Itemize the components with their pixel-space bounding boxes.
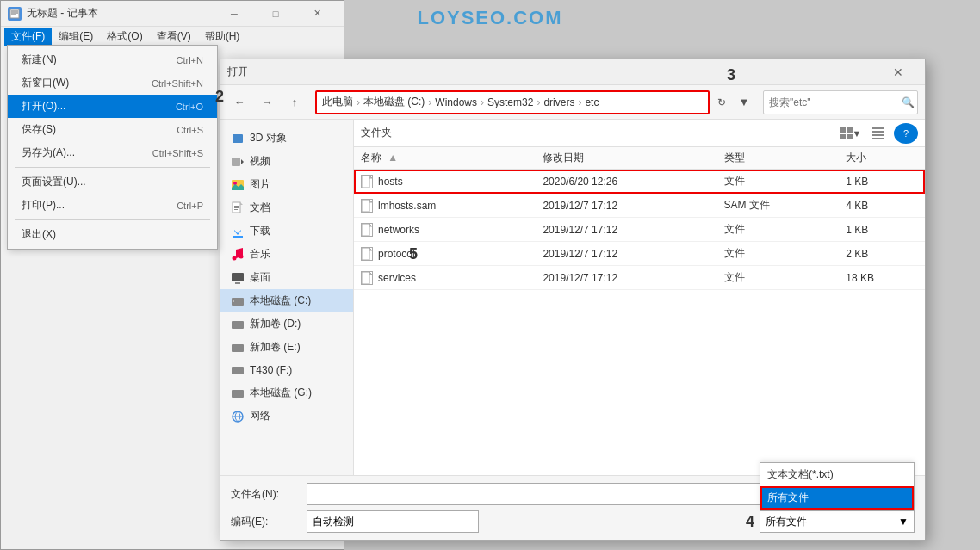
drive-e-icon (231, 341, 245, 355)
sidebar-item-documents[interactable]: 文档 (220, 196, 353, 219)
menu-file[interactable]: 文件(F) (4, 28, 52, 46)
dialog-titlebar: 打开 ✕ (220, 59, 925, 85)
encoding-row: 编码(E): 4 所有文件 ▼ 文本文档(*.txt) 所有文件 (231, 510, 915, 533)
menu-new-window[interactable]: 新窗口(W) Ctrl+Shift+N (8, 71, 217, 95)
watermark: LOYSEO.COM (417, 7, 562, 29)
svg-rect-35 (872, 134, 884, 136)
svg-rect-32 (847, 134, 853, 139)
window-controls: ─ □ ✕ (214, 1, 337, 27)
dialog-toolbar: ← → ↑ 此电脑 › 本地磁盘 (C:) › Windows › System… (220, 85, 925, 120)
col-type[interactable]: 类型 (717, 147, 840, 170)
file-name: hosts (378, 176, 403, 188)
sidebar-item-drive-e[interactable]: 新加卷 (E:) (220, 336, 353, 359)
svg-rect-30 (847, 127, 853, 133)
svg-rect-34 (872, 131, 884, 133)
sidebar-item-drive-d[interactable]: 新加卷 (D:) (220, 312, 353, 336)
sidebar-item-drive-g[interactable]: 本地磁盘 (G:) (220, 381, 353, 405)
up-button[interactable]: ↑ (282, 90, 307, 114)
encoding-input[interactable] (307, 510, 479, 533)
sidebar-item-3d[interactable]: 3D 对象 (220, 127, 353, 150)
svg-rect-36 (872, 138, 884, 139)
view-toggle-button[interactable]: ▼ (839, 123, 863, 144)
filetype-option-all[interactable]: 所有文件 (760, 486, 914, 510)
sidebar-item-video[interactable]: 视频 (220, 150, 353, 173)
svg-point-18 (239, 254, 244, 258)
svg-marker-15 (234, 226, 241, 235)
file-modified: 2019/12/7 17:12 (536, 242, 716, 266)
file-icon (361, 223, 373, 237)
file-size: 4 KB (839, 194, 925, 218)
sidebar-item-downloads[interactable]: 下载 (220, 219, 353, 243)
menu-exit[interactable]: 退出(X) (8, 223, 217, 246)
menu-open[interactable]: 打开(O)... Ctrl+O (8, 95, 217, 118)
svg-rect-31 (840, 134, 846, 139)
file-modified: 2019/12/7 17:12 (536, 194, 716, 218)
file-type: 文件 (717, 242, 840, 266)
file-modified: 2019/12/7 17:12 (536, 266, 716, 290)
menu-save[interactable]: 保存(S) Ctrl+S (8, 118, 217, 141)
menu-print[interactable]: 打印(P)... Ctrl+P (8, 194, 217, 217)
search-input[interactable] (769, 96, 898, 108)
table-row[interactable]: protocol 2019/12/7 17:12 文件 2 KB (354, 242, 925, 266)
svg-rect-14 (234, 209, 238, 210)
search-icon: 🔍 (902, 96, 915, 108)
svg-point-22 (233, 300, 234, 302)
search-box: 🔍 (763, 90, 918, 114)
sidebar-item-music[interactable]: 音乐 (220, 243, 353, 266)
dialog-close-button[interactable]: ✕ (878, 59, 918, 85)
file-type: 文件 (717, 218, 840, 242)
pictures-icon (231, 178, 245, 192)
menu-view[interactable]: 查看(V) (150, 28, 198, 46)
dropdown-button[interactable]: ▼ (734, 90, 754, 114)
svg-rect-4 (233, 134, 243, 143)
help-button[interactable]: ? (894, 123, 918, 144)
notepad-icon (8, 7, 22, 21)
table-row[interactable]: lmhosts.sam 2019/12/7 17:12 SAM 文件 4 KB (354, 194, 925, 218)
table-row[interactable]: networks 2019/12/7 17:12 文件 1 KB (354, 218, 925, 242)
refresh-button[interactable]: ↻ (710, 90, 734, 114)
dialog-title: 打开 (227, 65, 878, 79)
sidebar-item-drive-c[interactable]: 本地磁盘 (C:) (220, 289, 353, 312)
col-size[interactable]: 大小 (839, 147, 925, 170)
file-size: 2 KB (839, 242, 925, 266)
file-area-title: 文件夹 (361, 126, 392, 140)
file-size: 1 KB (839, 218, 925, 242)
close-button[interactable]: ✕ (297, 1, 337, 27)
filetype-option-txt[interactable]: 文本文档(*.txt) (760, 463, 914, 486)
details-button[interactable] (866, 123, 890, 144)
file-list-toolbar: 文件夹 ▼ ? (354, 120, 925, 147)
forward-button[interactable]: → (255, 90, 279, 114)
sidebar-item-pictures[interactable]: 图片 (220, 173, 353, 196)
table-row[interactable]: hosts 2020/6/20 12:26 文件 1 KB (354, 170, 925, 194)
file-modified: 2020/6/20 12:26 (536, 170, 716, 194)
minimize-button[interactable]: ─ (214, 1, 254, 27)
sidebar-item-network[interactable]: 网络 (220, 405, 353, 428)
filetype-selected[interactable]: 所有文件 ▼ (760, 510, 915, 533)
sort-arrow: ▲ (388, 151, 398, 164)
col-modified[interactable]: 修改日期 (536, 147, 716, 170)
menu-new[interactable]: 新建(N) Ctrl+N (8, 48, 217, 71)
network-icon (231, 410, 245, 423)
svg-point-17 (233, 256, 237, 260)
svg-rect-24 (232, 344, 244, 352)
menu-help[interactable]: 帮助(H) (198, 28, 247, 46)
svg-rect-12 (234, 206, 239, 207)
maximize-button[interactable]: □ (256, 1, 295, 27)
address-bar[interactable]: 此电脑 › 本地磁盘 (C:) › Windows › System32 › d… (315, 90, 710, 114)
drive-c-icon (231, 294, 245, 308)
sidebar-item-drive-f[interactable]: T430 (F:) (220, 359, 353, 381)
table-row[interactable]: services 2019/12/7 17:12 文件 18 KB (354, 266, 925, 290)
filename-input[interactable] (307, 483, 788, 505)
dialog-sidebar: 3D 对象 视频 图片 文档 (220, 120, 354, 475)
col-name[interactable]: 名称 ▲ (354, 147, 536, 170)
downloads-icon (231, 225, 245, 238)
menu-save-as[interactable]: 另存为(A)... Ctrl+Shift+S (8, 141, 217, 164)
svg-rect-39 (362, 224, 369, 236)
back-button[interactable]: ← (227, 90, 251, 114)
sidebar-item-desktop[interactable]: 桌面 (220, 266, 353, 289)
menu-edit[interactable]: 编辑(E) (52, 28, 100, 46)
svg-rect-5 (232, 158, 240, 166)
menu-format[interactable]: 格式(O) (100, 28, 149, 46)
menu-page-setup[interactable]: 页面设置(U)... (8, 170, 217, 194)
filename-label: 文件名(N): (231, 487, 300, 502)
